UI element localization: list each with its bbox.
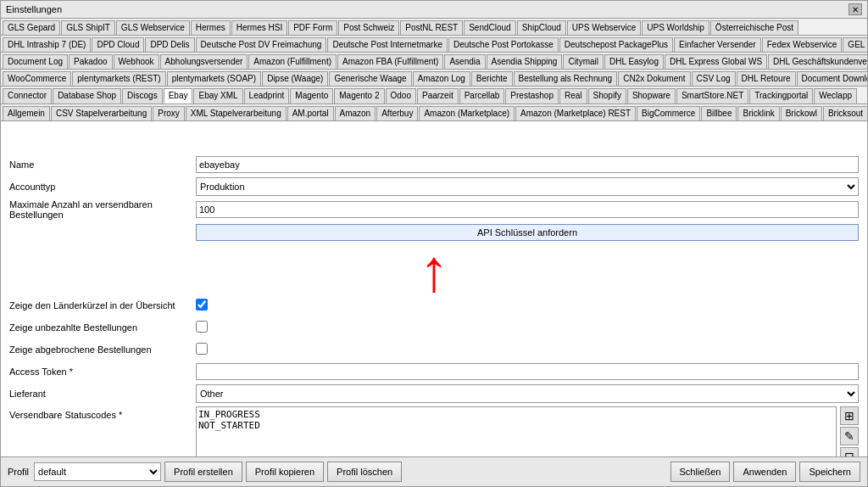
tab-brickowl[interactable]: Brickowl [781,106,822,120]
lieferant-select[interactable]: OtherAmazoneBay [196,384,859,403]
unpaid-orders-checkbox[interactable] [196,321,208,333]
tab-smartstore.net[interactable]: SmartStore.NET [676,88,748,104]
max-orders-input[interactable] [196,201,859,218]
tab-shopware[interactable]: Shopware [627,88,676,104]
status-edit-button[interactable]: ✎ [840,427,859,445]
tab-magento[interactable]: Magento [290,88,333,104]
window-close-button[interactable]: ✕ [849,3,862,15]
tab-document-downloader[interactable]: Document Downloader [797,71,867,86]
tab-einfacher-versender[interactable]: Einfacher Versender [674,37,761,52]
api-button[interactable]: API Schlüssel anfordern [196,224,859,241]
tab-deutsche-post-internetmarke[interactable]: Deutsche Post Internetmarke [327,37,448,52]
tab-bricklink[interactable]: Bricklink [737,106,779,120]
tab-allgemein[interactable]: Allgemein [3,106,50,120]
accounttype-select[interactable]: ProduktionSandbox [196,177,859,196]
tab-document-log[interactable]: Document Log [3,54,68,69]
tab-sendcloud[interactable]: SendCloud [464,20,515,35]
tab-billbee[interactable]: Billbee [701,106,737,120]
tab-cn2x-dokument[interactable]: CN2x Dokument [618,71,690,86]
apply-button[interactable]: Anwenden [733,462,796,482]
tab-asendia[interactable]: Asendia [444,54,485,69]
tab-woocommerce[interactable]: WooCommerce [3,71,71,86]
copy-profile-button[interactable]: Profil kopieren [246,462,324,482]
tab-odoo[interactable]: Odoo [386,88,416,104]
tab-bestellung-als-rechnung[interactable]: Bestellung als Rechnung [514,71,618,86]
tab-shopify[interactable]: Shopify [588,88,626,104]
tab-magento-2[interactable]: Magento 2 [334,88,384,104]
tab-dhl-retoure[interactable]: DHL Retoure [737,71,796,86]
tab-dpd-cloud[interactable]: DPD Cloud [92,37,144,52]
tab-deutsche-post-dv-freimachung[interactable]: Deutsche Post DV Freimachung [196,37,327,52]
cancelled-orders-checkbox[interactable] [196,343,208,355]
tab-weclapp[interactable]: Weclapp [814,88,857,104]
tab-amazon-(fulfillment)[interactable]: Amazon (Fulfillment) [248,54,337,69]
country-code-checkbox[interactable] [196,299,208,311]
tab-abholungsversender[interactable]: Abholungsversender [160,54,248,69]
close-button[interactable]: Schließen [670,462,731,482]
tab-österreichische-post[interactable]: Österreichische Post [710,20,798,35]
tab-post-schweiz[interactable]: Post Schweiz [338,20,399,35]
tab-postnl-rest[interactable]: PostNL REST [400,20,463,35]
tab-prestashop[interactable]: Prestashop [505,88,559,104]
tab-ups-webservice[interactable]: UPS Webservice [567,20,641,35]
tab-generische-waage[interactable]: Generische Waage [329,71,411,86]
tab-dhl-express-global-ws[interactable]: DHL Express Global WS [665,54,767,69]
tab-am.portal[interactable]: AM.portal [287,106,334,120]
tab-hermes-hsi[interactable]: Hermes HSI [231,20,287,35]
tab-dipse-(waage)[interactable]: Dipse (Waage) [262,71,328,86]
tab-pdf-form[interactable]: PDF Form [288,20,337,35]
access-token-input[interactable] [196,363,859,380]
tab-discogs[interactable]: Discogs [122,88,163,104]
tab-gls-gepard[interactable]: GLS Gepard [3,20,60,35]
tab-plentymarkets-(soap)[interactable]: plentymarkets (SOAP) [167,71,261,86]
tab-dhl-geschäftskundenversand[interactable]: DHL Geschäftskundenversand [768,54,867,69]
tab-bricksout[interactable]: Bricksout [823,106,867,120]
tab-trackingportal[interactable]: Trackingportal [749,88,813,104]
tab-citymail[interactable]: Citymail [563,54,604,69]
tab-fedex-webservice[interactable]: Fedex Webservice [762,37,843,52]
tab-pakadoo[interactable]: Pakadoo [69,54,112,69]
delete-profile-button[interactable]: Profil löschen [327,462,402,482]
tab-ebay[interactable]: Ebay [164,88,193,104]
tab-xml-stapelverarbeitung[interactable]: XML Stapelverarbeitung [186,106,287,120]
tab-webhook[interactable]: Webhook [114,54,159,69]
tab-asendia-shipping[interactable]: Asendia Shipping [487,54,563,69]
tab-deutschepost-packageplus[interactable]: Deutschepost PackagePlus [559,37,673,52]
tab-amazon-(marketplace)-rest[interactable]: Amazon (Marketplace) REST [515,106,636,120]
tab-parcellab[interactable]: Parcellab [459,88,505,104]
tab-dhl-intraship-7-(de)[interactable]: DHL Intraship 7 (DE) [3,37,91,52]
tab-proxy[interactable]: Proxy [153,106,185,120]
tab-amazon-log[interactable]: Amazon Log [413,71,470,86]
tab-gls-shipit[interactable]: GLS ShipIT [61,20,115,35]
tab-dpd-delis[interactable]: DPD Delis [145,37,194,52]
tab-leadprint[interactable]: Leadprint [244,88,290,104]
tab-dhl-easylog[interactable]: DHL Easylog [604,54,664,69]
tab-berichte[interactable]: Berichte [471,71,513,86]
tab-hermes[interactable]: Hermes [191,20,231,35]
tab-ups-worldship[interactable]: UPS Worldship [642,20,709,35]
tab-connector[interactable]: Connector [3,88,52,104]
save-button[interactable]: Speichern [799,462,860,482]
tab-database-shop[interactable]: Database Shop [53,88,121,104]
tab-amazon-fba-(fulfillment)[interactable]: Amazon FBA (Fulfillment) [337,54,443,69]
name-input[interactable] [196,156,859,173]
tab-bigcommerce[interactable]: BigCommerce [637,106,700,120]
tab-deutsche-post-portokasse[interactable]: Deutsche Post Portokasse [448,37,559,52]
tab-amazon[interactable]: Amazon [335,106,376,120]
tab-paarzeit[interactable]: Paarzeit [417,88,459,104]
status-add-button[interactable]: ⊞ [840,406,859,425]
tab-gel-express[interactable]: GEL Express [843,37,867,52]
tab-csv-stapelverarbeitung[interactable]: CSV Stapelverarbeitung [51,106,152,120]
create-profile-button[interactable]: Profil erstellen [164,462,242,482]
tab-plentymarkets-(rest)[interactable]: plentymarkets (REST) [72,71,165,86]
tab-gls-webservice[interactable]: GLS Webservice [116,20,190,35]
tab-shipcloud[interactable]: ShipCloud [517,20,566,35]
tab-real[interactable]: Real [559,88,587,104]
status-delete-button[interactable]: ⊟ [840,447,859,456]
tab-csv-log[interactable]: CSV Log [692,71,736,86]
status-codes-textarea[interactable] [196,406,837,456]
tab-ebay-xml[interactable]: Ebay XML [193,88,242,104]
profil-select[interactable]: default [34,462,161,481]
tab-amazon-(marketplace)[interactable]: Amazon (Marketplace) [419,106,515,120]
tab-afterbuy[interactable]: Afterbuy [376,106,418,120]
